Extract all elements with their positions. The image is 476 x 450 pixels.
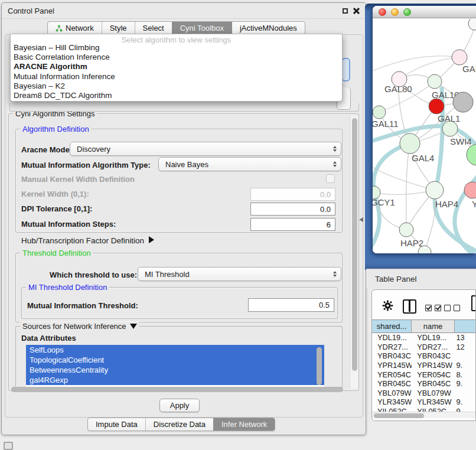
column-header-cut[interactable] bbox=[455, 320, 475, 332]
dropdown-item[interactable]: Mutual Information Inference bbox=[11, 72, 342, 81]
cell: YBL079W bbox=[412, 389, 455, 397]
table-horizontal-scrollbar[interactable] bbox=[372, 412, 475, 418]
field-value: 6 bbox=[327, 220, 331, 229]
attribute-item-selected[interactable]: SelfLoops bbox=[26, 345, 324, 355]
table-row[interactable]: YDR27... YDR27... 12 bbox=[372, 343, 475, 352]
tab-label: Style bbox=[110, 24, 127, 32]
mi-steps-field[interactable]: 6 bbox=[250, 218, 335, 231]
aracne-mode-select[interactable]: Discovery bbox=[70, 142, 341, 156]
collapsed-panel-icon[interactable] bbox=[4, 442, 13, 450]
tab-select[interactable]: Select bbox=[135, 22, 172, 34]
apply-button[interactable]: Apply bbox=[159, 399, 200, 412]
attribute-item-selected[interactable]: TopologicalCoefficient bbox=[26, 355, 324, 365]
column-header-shared-name[interactable]: shared... bbox=[372, 320, 412, 332]
manual-kernel-width-checkbox[interactable] bbox=[326, 174, 335, 183]
network-node[interactable] bbox=[464, 182, 476, 198]
cell: YBR043C bbox=[412, 351, 455, 360]
node-table[interactable]: shared... name YDL19... YDL19... 13 YDR2… bbox=[372, 319, 475, 412]
network-node-label: GAL bbox=[462, 64, 476, 74]
network-view-window: GALGAL80GAL10GAL1GAL11SWI4GAL4GCY1HAP4YH… bbox=[373, 6, 476, 253]
network-node[interactable] bbox=[426, 181, 444, 199]
settings-horizontal-scrollbar[interactable] bbox=[10, 386, 347, 393]
split-columns-icon[interactable] bbox=[403, 299, 416, 314]
table-row[interactable]: YBL079W YBL079W bbox=[372, 389, 475, 398]
kernel-width-field[interactable]: 0.0 bbox=[250, 188, 335, 201]
float-window-icon[interactable] bbox=[343, 8, 348, 14]
tab-network[interactable]: Network bbox=[48, 22, 102, 34]
collapsed-arrow-icon bbox=[149, 236, 154, 243]
settings-vertical-scrollbar[interactable] bbox=[350, 116, 358, 389]
data-attributes-list[interactable]: SelfLoops TopologicalCoefficient Between… bbox=[26, 345, 324, 390]
tab-discretize-data[interactable]: Discretize Data bbox=[145, 418, 213, 431]
network-node[interactable] bbox=[428, 74, 442, 89]
network-edges-teal bbox=[373, 89, 476, 253]
table-row[interactable]: YPR145W YPR145W 9. bbox=[372, 361, 475, 370]
network-node[interactable] bbox=[467, 144, 476, 165]
table-row[interactable]: YBR045C YBR045C 9. bbox=[372, 379, 475, 389]
tab-style[interactable]: Style bbox=[102, 22, 135, 34]
zoom-traffic-light-icon[interactable] bbox=[403, 8, 411, 16]
table-row[interactable]: YIL052C YIL052C 9. bbox=[372, 407, 475, 412]
gear-icon[interactable] bbox=[382, 300, 393, 311]
deselect-all-checkbox-icon[interactable] bbox=[444, 305, 451, 311]
file-icon[interactable] bbox=[471, 295, 476, 311]
network-node-label: HAP2 bbox=[400, 238, 423, 248]
dropdown-item[interactable]: Basic Correlation Inference bbox=[11, 53, 342, 62]
tab-jactivemnodules[interactable]: jActiveMNodules bbox=[232, 22, 305, 34]
column-header-name[interactable]: name bbox=[412, 320, 455, 332]
minimize-traffic-light-icon[interactable] bbox=[391, 8, 399, 16]
field-value: 0.0 bbox=[320, 190, 331, 199]
tab-infer-network[interactable]: Infer Network bbox=[213, 418, 275, 431]
which-threshold-label: Which threshold to use: bbox=[50, 270, 137, 279]
dpi-tolerance-field[interactable]: 0.0 bbox=[250, 203, 335, 216]
scrollbar-thumb[interactable] bbox=[11, 387, 343, 392]
dropdown-item[interactable]: Bayesian – Hill Climbing bbox=[11, 43, 342, 53]
tab-label: Discretize Data bbox=[154, 420, 206, 429]
select-all-checkbox-icon[interactable] bbox=[425, 305, 432, 311]
scrollbar-thumb[interactable] bbox=[374, 413, 424, 418]
attribute-item-selected[interactable]: BetweennessCentrality bbox=[26, 365, 324, 375]
kernel-width-label: Kernel Width (0,1): bbox=[21, 190, 89, 198]
cell: YBR045C bbox=[372, 379, 412, 388]
close-traffic-light-icon[interactable] bbox=[379, 8, 386, 16]
sources-title: Sources for Network Inference bbox=[22, 322, 126, 331]
scrollbar-thumb[interactable] bbox=[352, 118, 357, 371]
which-threshold-select[interactable]: MI Threshold bbox=[138, 267, 341, 281]
tab-impute-data[interactable]: Impute Data bbox=[88, 418, 145, 431]
group-title: Threshold Definition bbox=[20, 249, 93, 257]
attribute-list-scrollbar[interactable] bbox=[317, 347, 322, 385]
table-row[interactable]: YER054C YER054C 8. bbox=[372, 370, 475, 379]
mi-algorithm-type-select[interactable]: Naive Bayes bbox=[158, 157, 341, 171]
table-row[interactable]: YDL19... YDL19... 13 bbox=[372, 333, 475, 343]
table-row[interactable]: YLR345W YLR345W 9. bbox=[372, 397, 475, 407]
tab-cyni-toolbox[interactable]: Cyni Toolbox bbox=[172, 22, 232, 34]
dropdown-item[interactable]: Dream8 DC_TDC Algorithm bbox=[11, 91, 342, 100]
cell: 9. bbox=[455, 407, 475, 412]
network-graph[interactable]: GALGAL80GAL10GAL1GAL11SWI4GAL4GCY1HAP4YH… bbox=[373, 19, 476, 253]
field-value: 0.5 bbox=[319, 301, 330, 309]
dropdown-item-selected[interactable]: ARACNE Algorithm bbox=[11, 62, 342, 71]
network-window-titlebar[interactable] bbox=[373, 6, 476, 18]
cell: YDR27... bbox=[372, 343, 412, 351]
network-node[interactable] bbox=[429, 99, 444, 114]
hub-section-toggle[interactable]: Hub/Transcription Factor Definition bbox=[21, 236, 154, 245]
close-icon[interactable] bbox=[353, 8, 360, 14]
network-canvas[interactable]: GALGAL80GAL10GAL1GAL11SWI4GAL4GCY1HAP4YH… bbox=[373, 19, 476, 253]
network-node[interactable] bbox=[452, 50, 467, 65]
network-node[interactable] bbox=[399, 223, 413, 237]
dropdown-item[interactable]: Bayesian – K2 bbox=[11, 81, 342, 91]
network-node[interactable] bbox=[453, 92, 473, 112]
network-node-label: GAL11 bbox=[373, 119, 399, 129]
network-node[interactable] bbox=[468, 19, 476, 30]
tab-label: Impute Data bbox=[96, 420, 138, 429]
network-node[interactable] bbox=[442, 121, 458, 136]
cell: YBL079W bbox=[372, 389, 412, 397]
cell: YIL052C bbox=[412, 407, 455, 412]
network-node[interactable] bbox=[373, 106, 386, 119]
expanded-arrow-icon[interactable] bbox=[130, 324, 137, 329]
table-row[interactable]: YBR043C YBR043C bbox=[372, 351, 475, 361]
cell: YPR145W bbox=[372, 361, 412, 370]
mi-threshold-field[interactable]: 0.5 bbox=[248, 298, 334, 312]
attribute-item-selected[interactable]: gal4RGexp bbox=[26, 375, 324, 385]
network-node[interactable] bbox=[400, 133, 420, 154]
